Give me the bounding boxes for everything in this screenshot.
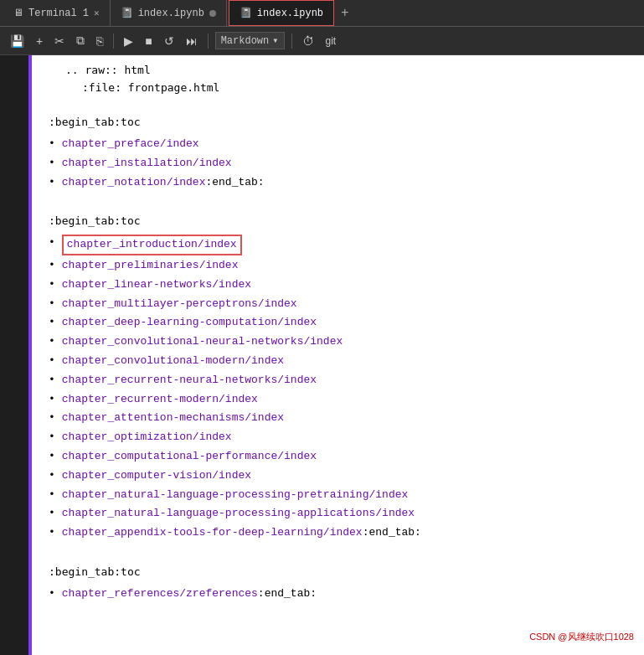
link-installation[interactable]: chapter_installation/index [62, 155, 232, 173]
link-recurrent-neural-networks[interactable]: chapter_recurrent-neural-networks/index [62, 372, 317, 389]
csdn-watermark: CSDN @风继续吹口1028 [529, 631, 634, 643]
list-item: chapter_natural-language-processing-pret… [49, 486, 631, 505]
link-appendix-tools[interactable]: chapter_appendix-tools-for-deep-learning… [62, 524, 363, 542]
git-button[interactable]: git [322, 34, 340, 49]
begin-tab-2: :begin_tab:toc [49, 213, 631, 230]
list-item: chapter_convolutional-modern/index [49, 352, 631, 371]
list-item: chapter_recurrent-neural-networks/index [49, 371, 631, 390]
link-convolutional-neural-networks[interactable]: chapter_convolutional-neural-networks/in… [62, 333, 343, 351]
list-item: chapter_deep-learning-computation/index [49, 313, 631, 333]
begin-tab-1-text: :begin_tab:toc [49, 116, 141, 128]
link-multilayer-perceptrons[interactable]: chapter_multilayer-perceptrons/index [62, 296, 297, 313]
chevron-down-icon: ▾ [272, 34, 278, 47]
raw-directive-text: .. raw:: html [65, 64, 151, 76]
link-notation[interactable]: chapter_notation/index [62, 174, 206, 192]
link-references[interactable]: chapter_references/zreferences [62, 585, 258, 603]
end-tab-inline-2: :end_tab: [363, 524, 421, 542]
divider-2 [208, 34, 209, 49]
end-tab-inline-1: :end_tab: [205, 174, 264, 192]
link-preface[interactable]: chapter_preface/index [62, 136, 199, 153]
notebook-icon-2: 📓 [240, 7, 252, 19]
raw-html-file: :file: frontpage.html [49, 80, 631, 97]
list-item: chapter_computational-performance/index [49, 447, 631, 467]
terminal-icon: 🖥 [13, 7, 23, 19]
list-item-introduction: chapter_introduction/index [49, 234, 631, 256]
link-introduction[interactable]: chapter_introduction/index [67, 238, 237, 250]
link-recurrent-modern[interactable]: chapter_recurrent-modern/index [62, 391, 258, 409]
link-attention-mechanisms[interactable]: chapter_attention-mechanisms/index [62, 410, 284, 427]
tab-add-button[interactable]: + [334, 6, 356, 21]
list-item: chapter_linear-networks/index [49, 276, 631, 295]
link-deep-learning-computation[interactable]: chapter_deep-learning-computation/index [62, 314, 317, 332]
restart-button[interactable]: ↺ [161, 33, 178, 49]
main-area: .. raw:: html :file: frontpage.html :beg… [0, 55, 644, 655]
highlight-introduction: chapter_introduction/index [62, 235, 242, 255]
link-computer-vision[interactable]: chapter_computer-vision/index [62, 467, 251, 485]
fast-forward-button[interactable]: ⏭ [183, 33, 201, 49]
cut-button[interactable]: ✂ [51, 33, 68, 49]
list-item: chapter_computer-vision/index [49, 467, 631, 486]
list-item: chapter_convolutional-neural-networks/in… [49, 333, 631, 352]
copy-button[interactable]: ⧉ [73, 32, 88, 49]
list-item: chapter_references/zreferences :end_tab: [49, 585, 631, 604]
content-area: .. raw:: html :file: frontpage.html :beg… [32, 55, 644, 655]
link-computational-performance[interactable]: chapter_computational-performance/index [62, 448, 317, 466]
raw-file-text: :file: frontpage.html [82, 81, 219, 94]
list-item: chapter_preface/index [49, 135, 631, 154]
list-item: chapter_preliminaries/index [49, 256, 631, 276]
divider-3 [291, 34, 292, 49]
list-item: chapter_recurrent-modern/index [49, 390, 631, 410]
tab-label-index2: index.ipynb [257, 8, 323, 19]
begin-tab-1: :begin_tab:toc [49, 114, 631, 132]
end-tab-inline-3: :end_tab: [258, 585, 317, 603]
list-item: chapter_notation/index :end_tab: [49, 173, 631, 193]
left-gutter [0, 55, 32, 655]
link-nlp-applications[interactable]: chapter_natural-language-processing-appl… [62, 505, 415, 523]
toolbar: 💾 + ✂ ⧉ ⎘ ▶ ■ ↺ ⏭ Markdown ▾ ⏱ git [0, 27, 644, 55]
run-button[interactable]: ▶ [121, 33, 137, 49]
link-nlp-pretraining[interactable]: chapter_natural-language-processing-pret… [62, 487, 408, 504]
clock-button[interactable]: ⏱ [299, 33, 317, 49]
tab-close-terminal1[interactable]: ✕ [94, 8, 100, 18]
tab-index2[interactable]: 📓 index.ipynb [229, 0, 334, 26]
tab-bar: 🖥 Terminal 1 ✕ 📓 index.ipynb 📓 index.ipy… [0, 0, 644, 27]
add-cell-button[interactable]: + [33, 33, 46, 49]
begin-tab-2-text: :begin_tab:toc [49, 214, 141, 227]
tab-terminal1[interactable]: 🖥 Terminal 1 ✕ [3, 0, 111, 26]
link-optimization[interactable]: chapter_optimization/index [62, 429, 232, 446]
save-button[interactable]: 💾 [7, 33, 28, 49]
raw-html-directive: .. raw:: html [49, 62, 631, 80]
tab-dot-index1 [209, 10, 216, 17]
cell-type-label: Markdown [221, 35, 270, 47]
cell-type-dropdown[interactable]: Markdown ▾ [215, 32, 285, 49]
list-item: chapter_natural-language-processing-appl… [49, 504, 631, 523]
stop-button[interactable]: ■ [142, 33, 155, 49]
list-item: chapter_optimization/index [49, 428, 631, 447]
link-linear-networks[interactable]: chapter_linear-networks/index [62, 276, 251, 294]
begin-tab-3-text: :begin_tab:toc [49, 565, 141, 578]
list-item: chapter_attention-mechanisms/index [49, 409, 631, 428]
link-preliminaries[interactable]: chapter_preliminaries/index [62, 257, 239, 275]
link-convolutional-modern[interactable]: chapter_convolutional-modern/index [62, 353, 284, 370]
begin-tab-3: :begin_tab:toc [49, 564, 631, 581]
notebook-icon-1: 📓 [121, 7, 133, 19]
tab-label-terminal1: Terminal 1 [28, 8, 89, 19]
list-item: chapter_installation/index [49, 154, 631, 173]
divider-1 [113, 34, 114, 49]
section1-list: chapter_preface/index chapter_installati… [49, 135, 631, 192]
paste-button[interactable]: ⎘ [93, 33, 106, 49]
tab-label-index1: index.ipynb [138, 8, 204, 19]
list-item: chapter_appendix-tools-for-deep-learning… [49, 523, 631, 543]
section3-list: chapter_references/zreferences :end_tab: [49, 585, 631, 604]
tab-index1[interactable]: 📓 index.ipynb [111, 0, 227, 26]
section2-list: chapter_introduction/index chapter_preli… [49, 234, 631, 543]
list-item: chapter_multilayer-perceptrons/index [49, 295, 631, 314]
